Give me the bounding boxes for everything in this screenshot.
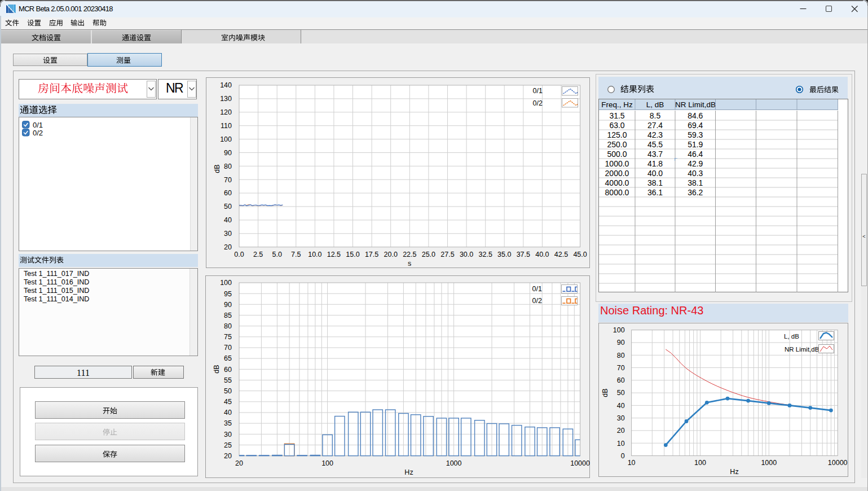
svg-text:50: 50 xyxy=(224,203,232,211)
svg-text:10000: 10000 xyxy=(828,459,848,467)
svg-text:30: 30 xyxy=(224,230,232,238)
svg-text:45.0: 45.0 xyxy=(573,251,587,258)
svg-text:120: 120 xyxy=(220,108,232,116)
svg-text:25.0: 25.0 xyxy=(422,251,435,258)
svg-text:35: 35 xyxy=(224,419,232,427)
svg-text:0/1: 0/1 xyxy=(533,87,543,95)
svg-text:100: 100 xyxy=(613,326,625,334)
svg-text:90: 90 xyxy=(224,301,232,309)
svg-text:20: 20 xyxy=(224,243,232,251)
svg-text:27.5: 27.5 xyxy=(440,251,454,258)
svg-text:0/2: 0/2 xyxy=(533,99,543,107)
svg-text:70: 70 xyxy=(224,176,232,184)
svg-text:20: 20 xyxy=(224,452,232,460)
svg-text:0: 0 xyxy=(621,452,625,460)
svg-text:35.0: 35.0 xyxy=(497,251,511,258)
svg-text:37.5: 37.5 xyxy=(517,251,530,258)
svg-text:dB: dB xyxy=(213,365,221,373)
svg-text:95: 95 xyxy=(224,290,232,298)
svg-text:100: 100 xyxy=(220,279,232,287)
svg-text:42.5: 42.5 xyxy=(554,251,568,258)
svg-text:65: 65 xyxy=(224,354,232,362)
svg-text:10: 10 xyxy=(628,459,636,467)
svg-text:20.0: 20.0 xyxy=(384,251,398,258)
svg-text:10: 10 xyxy=(617,440,625,448)
svg-text:45: 45 xyxy=(224,398,232,406)
svg-text:L, dB: L, dB xyxy=(784,333,799,340)
svg-text:80: 80 xyxy=(224,163,232,170)
svg-text:60: 60 xyxy=(224,189,232,197)
svg-text:140: 140 xyxy=(220,81,232,89)
svg-text:0/2: 0/2 xyxy=(532,297,542,305)
svg-text:100: 100 xyxy=(694,459,706,467)
svg-text:75: 75 xyxy=(224,333,232,341)
svg-text:50: 50 xyxy=(617,389,625,397)
svg-text:32.5: 32.5 xyxy=(479,251,492,258)
svg-text:10.0: 10.0 xyxy=(308,251,321,258)
svg-text:30: 30 xyxy=(617,414,625,422)
svg-text:70: 70 xyxy=(617,364,625,372)
svg-text:85: 85 xyxy=(224,312,232,319)
svg-text:20: 20 xyxy=(617,427,625,435)
svg-text:60: 60 xyxy=(617,376,625,384)
svg-text:7.5: 7.5 xyxy=(291,251,301,258)
svg-text:70: 70 xyxy=(224,344,232,352)
svg-text:5.0: 5.0 xyxy=(272,251,282,258)
svg-text:s: s xyxy=(408,260,411,268)
svg-text:40: 40 xyxy=(617,402,625,410)
svg-text:0.0: 0.0 xyxy=(234,251,244,258)
svg-text:Hz: Hz xyxy=(404,468,413,476)
svg-text:dB: dB xyxy=(213,164,221,173)
svg-text:40: 40 xyxy=(224,216,232,224)
svg-text:1000: 1000 xyxy=(446,459,462,467)
svg-text:30: 30 xyxy=(224,431,232,439)
svg-text:130: 130 xyxy=(220,95,232,103)
svg-text:40.0: 40.0 xyxy=(535,251,549,258)
svg-text:90: 90 xyxy=(617,339,625,347)
svg-text:10000: 10000 xyxy=(570,459,590,467)
svg-text:50: 50 xyxy=(224,387,232,395)
svg-text:2.5: 2.5 xyxy=(253,251,263,258)
svg-text:60: 60 xyxy=(224,366,232,374)
svg-text:110: 110 xyxy=(221,122,232,130)
svg-text:30.0: 30.0 xyxy=(460,251,473,258)
svg-text:40: 40 xyxy=(224,409,232,417)
svg-text:22.5: 22.5 xyxy=(403,251,416,258)
svg-text:dB: dB xyxy=(601,388,609,397)
svg-text:80: 80 xyxy=(617,352,625,360)
svg-text:20: 20 xyxy=(235,459,243,467)
svg-text:NR Limit,dB: NR Limit,dB xyxy=(785,346,819,353)
svg-text:25: 25 xyxy=(224,441,232,449)
svg-text:100: 100 xyxy=(220,135,232,143)
svg-text:0/1: 0/1 xyxy=(532,285,542,293)
svg-text:90: 90 xyxy=(224,149,232,157)
svg-text:100: 100 xyxy=(321,459,333,467)
svg-text:55: 55 xyxy=(224,376,232,384)
svg-text:12.5: 12.5 xyxy=(327,251,341,258)
svg-text:15.0: 15.0 xyxy=(346,251,359,258)
svg-text:80: 80 xyxy=(224,322,232,330)
svg-text:1000: 1000 xyxy=(761,459,777,467)
svg-text:Hz: Hz xyxy=(730,468,738,476)
svg-text:17.5: 17.5 xyxy=(365,251,378,258)
